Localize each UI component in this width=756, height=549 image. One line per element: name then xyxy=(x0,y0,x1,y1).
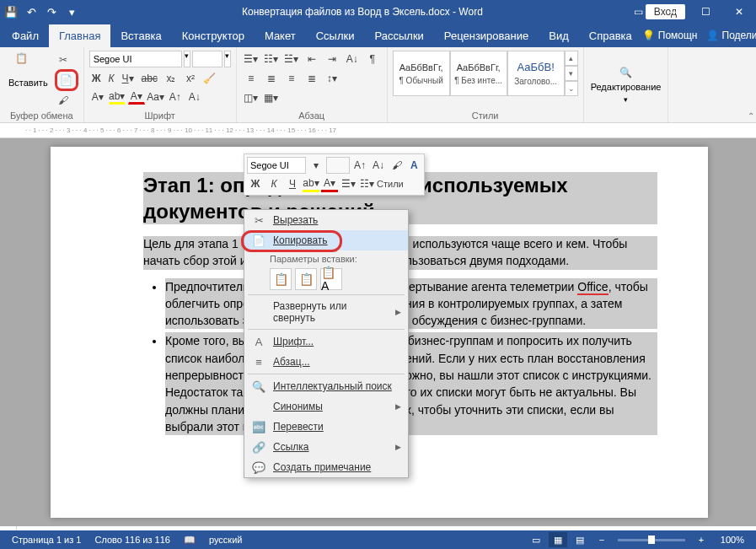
status-words[interactable]: Слово 116 из 116 xyxy=(88,535,177,545)
context-paragraph[interactable]: ≡ Абзац... xyxy=(244,352,408,372)
zoom-slider[interactable] xyxy=(618,539,685,541)
mini-shrink-font-button[interactable]: A↓ xyxy=(370,157,387,174)
context-comment[interactable]: 💬 Создать примечание xyxy=(244,457,408,477)
mini-styles-label[interactable]: Стили xyxy=(377,175,404,192)
justify-button[interactable]: ≣ xyxy=(303,70,321,87)
qat-customize-icon[interactable]: ▾ xyxy=(64,4,79,19)
mini-highlight-button[interactable]: ab▾ xyxy=(303,175,319,192)
format-painter-button[interactable]: 🖌 xyxy=(55,93,72,108)
status-proofing-icon[interactable]: 📖 xyxy=(177,535,202,546)
context-expand[interactable]: Развернуть или свернуть ▶ xyxy=(244,297,408,327)
web-layout-icon[interactable]: ▤ xyxy=(571,532,589,547)
paste-merge-button[interactable]: 📋 xyxy=(295,268,317,290)
line-spacing-button[interactable]: ↕▾ xyxy=(323,70,341,87)
tab-references[interactable]: Ссылки xyxy=(306,24,365,47)
context-cut[interactable]: ✂ Вырезать xyxy=(244,210,408,230)
borders-button[interactable]: ▦▾ xyxy=(262,89,281,106)
collapse-ribbon-icon[interactable]: ⌃ xyxy=(748,111,754,121)
copy-button[interactable]: 📄 xyxy=(58,73,75,88)
close-icon[interactable]: ✕ xyxy=(722,0,756,24)
ribbon-options-icon[interactable]: ▭ xyxy=(621,0,655,24)
mini-font-color-button[interactable]: A▾ xyxy=(321,175,338,192)
styles-up-icon[interactable]: ▴ xyxy=(565,51,578,66)
tab-home[interactable]: Главная xyxy=(49,24,110,47)
styles-gallery[interactable]: АаБбВвГг,¶ Обычный АаБбВвГг,¶ Без инте..… xyxy=(393,51,578,109)
sort-button[interactable]: A↓ xyxy=(343,51,362,67)
grow-font-button[interactable]: A↑ xyxy=(167,89,184,105)
align-right-button[interactable]: ≡ xyxy=(282,70,301,87)
tab-mailings[interactable]: Рассылки xyxy=(364,24,433,47)
subscript-button[interactable]: x₂ xyxy=(163,71,180,86)
horizontal-ruler[interactable]: · · 1 · · · 2 · · · 3 · · · 4 · · · 5 · … xyxy=(0,123,756,138)
decrease-indent-button[interactable]: ⇤ xyxy=(303,51,321,67)
zoom-level[interactable]: 100% xyxy=(714,535,751,545)
paste-keep-source-button[interactable]: 📋 xyxy=(270,268,292,290)
bold-button[interactable]: Ж xyxy=(89,71,104,86)
italic-button[interactable]: К xyxy=(106,71,117,86)
font-color-button[interactable]: A▾ xyxy=(128,89,145,105)
mini-underline-button[interactable]: Ч xyxy=(284,175,301,192)
tab-design[interactable]: Конструктор xyxy=(172,24,255,47)
mini-format-painter-button[interactable]: 🖌 xyxy=(389,157,405,174)
font-family-dropdown-icon[interactable]: ▾ xyxy=(184,51,190,67)
tab-review[interactable]: Рецензирование xyxy=(434,24,539,47)
save-icon[interactable]: 💾 xyxy=(3,4,19,19)
text-effects-button[interactable]: A▾ xyxy=(89,89,106,105)
print-layout-icon[interactable]: ▦ xyxy=(549,532,567,547)
mini-bold-button[interactable]: Ж xyxy=(247,175,264,192)
align-left-button[interactable]: ≡ xyxy=(242,70,260,87)
mini-italic-button[interactable]: К xyxy=(265,175,282,192)
context-copy[interactable]: 📄 Копировать xyxy=(244,230,408,250)
tab-insert[interactable]: Вставка xyxy=(110,24,171,47)
status-language[interactable]: русский xyxy=(202,535,249,545)
styles-more-icon[interactable]: ⌄ xyxy=(565,81,578,96)
tab-help[interactable]: Справка xyxy=(579,24,642,47)
editing-button[interactable]: 🔍 xyxy=(619,67,632,78)
tab-view[interactable]: Вид xyxy=(539,24,579,47)
mini-font-dropdown-icon[interactable]: ▾ xyxy=(308,157,324,174)
shrink-font-button[interactable]: A↓ xyxy=(186,89,203,105)
tell-me-button[interactable]: 💡 Помощн xyxy=(642,30,698,41)
context-link[interactable]: 🔗 Ссылка ▶ xyxy=(244,437,408,457)
strikethrough-button[interactable]: abc xyxy=(139,71,160,86)
minimize-icon[interactable]: — xyxy=(655,0,689,24)
increase-indent-button[interactable]: ⇥ xyxy=(323,51,341,67)
paste-button[interactable]: 📋 Вставить xyxy=(5,51,51,109)
paste-text-only-button[interactable]: 📋A xyxy=(320,268,342,290)
font-family-select[interactable]: Segoe UI xyxy=(89,51,182,67)
underline-button[interactable]: Ч▾ xyxy=(120,71,137,86)
multilevel-button[interactable]: ☱▾ xyxy=(282,51,301,67)
cut-button[interactable]: ✂ xyxy=(55,52,72,67)
mini-bullets-button[interactable]: ☰▾ xyxy=(340,175,357,192)
redo-icon[interactable]: ↷ xyxy=(44,4,59,19)
show-marks-button[interactable]: ¶ xyxy=(363,51,382,67)
shading-button[interactable]: ◫▾ xyxy=(242,89,260,106)
context-smart-lookup[interactable]: 🔍 Интеллектуальный поиск xyxy=(244,376,408,396)
zoom-out-button[interactable]: − xyxy=(592,532,611,547)
mini-font-select[interactable]: Segoe UI xyxy=(247,157,306,174)
change-case-button[interactable]: Aa▾ xyxy=(147,89,164,105)
read-mode-icon[interactable]: ▭ xyxy=(527,532,545,547)
undo-icon[interactable]: ↶ xyxy=(24,4,39,19)
share-button[interactable]: 👤 Поделиться xyxy=(706,30,757,41)
font-size-select[interactable] xyxy=(192,51,223,67)
tab-layout[interactable]: Макет xyxy=(255,24,306,47)
zoom-in-button[interactable]: + xyxy=(692,532,710,547)
mini-styles-button[interactable]: A xyxy=(407,157,421,174)
tab-file[interactable]: Файл xyxy=(2,24,49,47)
align-center-button[interactable]: ≣ xyxy=(262,70,281,87)
clear-format-button[interactable]: 🧹 xyxy=(201,71,218,86)
mini-grow-font-button[interactable]: A↑ xyxy=(351,157,368,174)
context-font[interactable]: A Шрифт... xyxy=(244,331,408,352)
context-translate[interactable]: 🔤 Перевести xyxy=(244,417,408,437)
maximize-icon[interactable]: ☐ xyxy=(689,0,722,24)
font-size-dropdown-icon[interactable]: ▾ xyxy=(224,51,231,67)
bullets-button[interactable]: ☰▾ xyxy=(242,51,260,67)
mini-numbering-button[interactable]: ☷▾ xyxy=(358,175,375,192)
status-page[interactable]: Страница 1 из 1 xyxy=(5,535,88,545)
numbering-button[interactable]: ☷▾ xyxy=(262,51,281,67)
highlight-button[interactable]: ab▾ xyxy=(109,89,126,105)
list-item[interactable]: Предпочтительным подходом является разве… xyxy=(165,278,657,330)
superscript-button[interactable]: x² xyxy=(182,71,199,86)
mini-font-size[interactable] xyxy=(326,157,350,174)
